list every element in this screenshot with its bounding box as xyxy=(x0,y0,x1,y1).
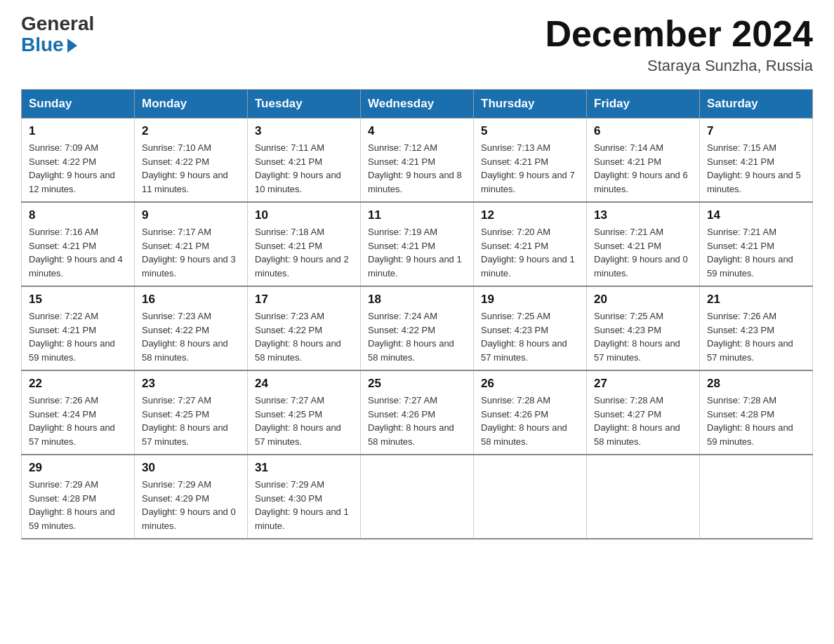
day-info: Sunrise: 7:28 AM Sunset: 4:26 PM Dayligh… xyxy=(481,394,579,448)
table-row: 5 Sunrise: 7:13 AM Sunset: 4:21 PM Dayli… xyxy=(474,119,587,203)
day-number: 2 xyxy=(142,124,240,138)
day-info: Sunrise: 7:11 AM Sunset: 4:21 PM Dayligh… xyxy=(255,141,353,196)
day-number: 17 xyxy=(255,293,353,307)
day-info: Sunrise: 7:17 AM Sunset: 4:21 PM Dayligh… xyxy=(142,225,240,280)
table-row: 21 Sunrise: 7:26 AM Sunset: 4:23 PM Dayl… xyxy=(700,286,813,370)
day-info: Sunrise: 7:16 AM Sunset: 4:21 PM Dayligh… xyxy=(29,225,127,280)
day-number: 20 xyxy=(594,293,692,307)
day-number: 13 xyxy=(594,208,692,222)
table-row: 10 Sunrise: 7:18 AM Sunset: 4:21 PM Dayl… xyxy=(248,202,361,286)
table-row: 23 Sunrise: 7:27 AM Sunset: 4:25 PM Dayl… xyxy=(135,370,248,455)
table-row: 13 Sunrise: 7:21 AM Sunset: 4:21 PM Dayl… xyxy=(587,202,700,286)
day-number: 15 xyxy=(29,293,127,307)
table-row: 29 Sunrise: 7:29 AM Sunset: 4:28 PM Dayl… xyxy=(22,455,135,539)
day-info: Sunrise: 7:28 AM Sunset: 4:28 PM Dayligh… xyxy=(707,394,805,448)
col-thursday: Thursday xyxy=(474,90,587,119)
day-number: 29 xyxy=(29,461,127,475)
table-row: 14 Sunrise: 7:21 AM Sunset: 4:21 PM Dayl… xyxy=(700,202,813,286)
day-number: 27 xyxy=(594,377,692,391)
day-number: 12 xyxy=(481,208,579,222)
day-info: Sunrise: 7:27 AM Sunset: 4:25 PM Dayligh… xyxy=(142,394,240,448)
table-row: 7 Sunrise: 7:15 AM Sunset: 4:21 PM Dayli… xyxy=(700,119,813,203)
day-number: 22 xyxy=(29,377,127,391)
table-row: 25 Sunrise: 7:27 AM Sunset: 4:26 PM Dayl… xyxy=(361,370,474,455)
table-row: 18 Sunrise: 7:24 AM Sunset: 4:22 PM Dayl… xyxy=(361,286,474,370)
calendar-week-row: 22 Sunrise: 7:26 AM Sunset: 4:24 PM Dayl… xyxy=(22,370,813,455)
calendar-header-row: Sunday Monday Tuesday Wednesday Thursday… xyxy=(22,90,813,119)
page-header: General Blue December 2024 Staraya Sunzh… xyxy=(21,14,813,75)
day-number: 24 xyxy=(255,377,353,391)
table-row: 27 Sunrise: 7:28 AM Sunset: 4:27 PM Dayl… xyxy=(587,370,700,455)
day-number: 4 xyxy=(368,124,466,138)
day-info: Sunrise: 7:28 AM Sunset: 4:27 PM Dayligh… xyxy=(594,394,692,448)
day-info: Sunrise: 7:13 AM Sunset: 4:21 PM Dayligh… xyxy=(481,141,579,196)
logo-general-text: General xyxy=(21,14,94,34)
col-monday: Monday xyxy=(135,90,248,119)
day-info: Sunrise: 7:26 AM Sunset: 4:23 PM Dayligh… xyxy=(707,309,805,364)
logo-blue-text: Blue xyxy=(21,34,77,56)
day-info: Sunrise: 7:27 AM Sunset: 4:26 PM Dayligh… xyxy=(368,394,466,448)
day-info: Sunrise: 7:14 AM Sunset: 4:21 PM Dayligh… xyxy=(594,141,692,196)
table-row xyxy=(474,455,587,539)
table-row: 28 Sunrise: 7:28 AM Sunset: 4:28 PM Dayl… xyxy=(700,370,813,455)
day-info: Sunrise: 7:29 AM Sunset: 4:28 PM Dayligh… xyxy=(29,478,127,532)
table-row: 1 Sunrise: 7:09 AM Sunset: 4:22 PM Dayli… xyxy=(22,119,135,203)
day-info: Sunrise: 7:21 AM Sunset: 4:21 PM Dayligh… xyxy=(594,225,692,280)
day-number: 26 xyxy=(481,377,579,391)
table-row: 11 Sunrise: 7:19 AM Sunset: 4:21 PM Dayl… xyxy=(361,202,474,286)
logo: General Blue xyxy=(21,14,94,56)
day-info: Sunrise: 7:09 AM Sunset: 4:22 PM Dayligh… xyxy=(29,141,127,196)
day-info: Sunrise: 7:23 AM Sunset: 4:22 PM Dayligh… xyxy=(142,309,240,364)
day-number: 7 xyxy=(707,124,805,138)
table-row: 17 Sunrise: 7:23 AM Sunset: 4:22 PM Dayl… xyxy=(248,286,361,370)
day-number: 3 xyxy=(255,124,353,138)
day-number: 9 xyxy=(142,208,240,222)
table-row: 20 Sunrise: 7:25 AM Sunset: 4:23 PM Dayl… xyxy=(587,286,700,370)
day-info: Sunrise: 7:26 AM Sunset: 4:24 PM Dayligh… xyxy=(29,394,127,448)
calendar-week-row: 15 Sunrise: 7:22 AM Sunset: 4:21 PM Dayl… xyxy=(22,286,813,370)
day-number: 21 xyxy=(707,293,805,307)
table-row: 4 Sunrise: 7:12 AM Sunset: 4:21 PM Dayli… xyxy=(361,119,474,203)
day-info: Sunrise: 7:24 AM Sunset: 4:22 PM Dayligh… xyxy=(368,309,466,364)
table-row: 22 Sunrise: 7:26 AM Sunset: 4:24 PM Dayl… xyxy=(22,370,135,455)
day-info: Sunrise: 7:29 AM Sunset: 4:30 PM Dayligh… xyxy=(255,478,353,532)
day-number: 30 xyxy=(142,461,240,475)
table-row: 24 Sunrise: 7:27 AM Sunset: 4:25 PM Dayl… xyxy=(248,370,361,455)
day-info: Sunrise: 7:25 AM Sunset: 4:23 PM Dayligh… xyxy=(481,309,579,364)
col-tuesday: Tuesday xyxy=(248,90,361,119)
title-block: December 2024 Staraya Sunzha, Russia xyxy=(545,14,813,75)
logo-arrow-icon xyxy=(67,39,77,53)
day-info: Sunrise: 7:29 AM Sunset: 4:29 PM Dayligh… xyxy=(142,478,240,532)
month-year-title: December 2024 xyxy=(545,14,813,54)
day-number: 8 xyxy=(29,208,127,222)
col-saturday: Saturday xyxy=(700,90,813,119)
day-info: Sunrise: 7:22 AM Sunset: 4:21 PM Dayligh… xyxy=(29,309,127,364)
day-number: 19 xyxy=(481,293,579,307)
day-info: Sunrise: 7:21 AM Sunset: 4:21 PM Dayligh… xyxy=(707,225,805,280)
table-row: 16 Sunrise: 7:23 AM Sunset: 4:22 PM Dayl… xyxy=(135,286,248,370)
day-info: Sunrise: 7:27 AM Sunset: 4:25 PM Dayligh… xyxy=(255,394,353,448)
col-friday: Friday xyxy=(587,90,700,119)
day-info: Sunrise: 7:20 AM Sunset: 4:21 PM Dayligh… xyxy=(481,225,579,280)
calendar-table: Sunday Monday Tuesday Wednesday Thursday… xyxy=(21,89,813,539)
day-info: Sunrise: 7:15 AM Sunset: 4:21 PM Dayligh… xyxy=(707,141,805,196)
day-info: Sunrise: 7:25 AM Sunset: 4:23 PM Dayligh… xyxy=(594,309,692,364)
calendar-week-row: 1 Sunrise: 7:09 AM Sunset: 4:22 PM Dayli… xyxy=(22,119,813,203)
day-info: Sunrise: 7:18 AM Sunset: 4:21 PM Dayligh… xyxy=(255,225,353,280)
table-row: 3 Sunrise: 7:11 AM Sunset: 4:21 PM Dayli… xyxy=(248,119,361,203)
table-row: 26 Sunrise: 7:28 AM Sunset: 4:26 PM Dayl… xyxy=(474,370,587,455)
day-number: 1 xyxy=(29,124,127,138)
location-subtitle: Staraya Sunzha, Russia xyxy=(545,57,813,75)
day-info: Sunrise: 7:19 AM Sunset: 4:21 PM Dayligh… xyxy=(368,225,466,280)
table-row: 15 Sunrise: 7:22 AM Sunset: 4:21 PM Dayl… xyxy=(22,286,135,370)
table-row: 6 Sunrise: 7:14 AM Sunset: 4:21 PM Dayli… xyxy=(587,119,700,203)
day-number: 28 xyxy=(707,377,805,391)
day-number: 11 xyxy=(368,208,466,222)
table-row xyxy=(587,455,700,539)
day-number: 14 xyxy=(707,208,805,222)
day-info: Sunrise: 7:12 AM Sunset: 4:21 PM Dayligh… xyxy=(368,141,466,196)
day-info: Sunrise: 7:23 AM Sunset: 4:22 PM Dayligh… xyxy=(255,309,353,364)
col-sunday: Sunday xyxy=(22,90,135,119)
table-row: 8 Sunrise: 7:16 AM Sunset: 4:21 PM Dayli… xyxy=(22,202,135,286)
day-number: 25 xyxy=(368,377,466,391)
